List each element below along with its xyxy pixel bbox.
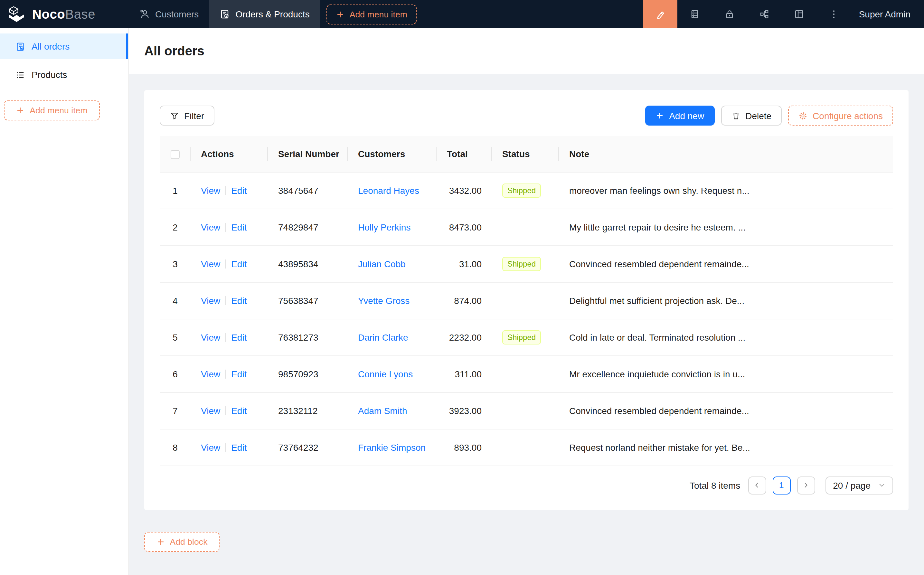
user-icon bbox=[139, 9, 149, 19]
view-link[interactable]: View bbox=[201, 295, 220, 305]
view-link[interactable]: View bbox=[201, 185, 220, 195]
add-new-button[interactable]: Add new bbox=[645, 106, 714, 125]
workflow-button[interactable] bbox=[747, 0, 782, 28]
edit-link[interactable]: Edit bbox=[231, 369, 247, 379]
note-cell: Mr excellence inquietude conviction is i… bbox=[559, 356, 893, 392]
page-title: All orders bbox=[144, 44, 205, 59]
edit-link[interactable]: Edit bbox=[231, 259, 247, 269]
filter-icon bbox=[170, 111, 179, 120]
table-header-row: Actions Serial Number Customers Total St… bbox=[160, 136, 893, 172]
nav-add-menu-item-button[interactable]: Add menu item bbox=[327, 4, 417, 24]
sidebar-item-all-orders[interactable]: All orders bbox=[0, 33, 128, 59]
delete-button[interactable]: Delete bbox=[721, 106, 782, 125]
view-link[interactable]: View bbox=[201, 259, 220, 269]
serial-number-cell: 38475647 bbox=[268, 172, 348, 209]
customer-link[interactable]: Adam Smith bbox=[358, 405, 407, 416]
total-cell: 3923.00 bbox=[437, 392, 492, 429]
row-index: 2 bbox=[160, 209, 191, 245]
navbar-right-actions: Super Admin bbox=[643, 0, 924, 28]
row-index: 6 bbox=[160, 356, 191, 392]
customer-link[interactable]: Frankie Simpson bbox=[358, 442, 425, 452]
customer-link[interactable]: Julian Cobb bbox=[358, 259, 406, 269]
partition-icon bbox=[759, 9, 770, 19]
add-block-button[interactable]: Add block bbox=[144, 532, 219, 551]
note-cell: moreover man feelings own shy. Request n… bbox=[559, 172, 893, 209]
edit-link[interactable]: Edit bbox=[231, 332, 247, 342]
brand-name: NocoBase bbox=[32, 7, 95, 22]
customer-link[interactable]: Holly Perkins bbox=[358, 222, 411, 232]
sidebar-item-label: All orders bbox=[32, 41, 70, 51]
table-row: 7 ViewEdit 23132112 Adam Smith 3923.00 C… bbox=[160, 392, 893, 429]
nocobase-logo[interactable]: NocoBase bbox=[0, 5, 129, 23]
app-body: All orders Products Add menu item bbox=[0, 28, 924, 575]
nav-tab-label: Customers bbox=[155, 9, 198, 19]
permissions-button[interactable] bbox=[712, 0, 747, 28]
file-done-icon bbox=[219, 9, 230, 19]
note-cell: Request norland neither mistake for yet.… bbox=[559, 429, 893, 465]
database-button[interactable] bbox=[677, 0, 712, 28]
more-menu-button[interactable] bbox=[816, 0, 851, 28]
layout-button[interactable] bbox=[782, 0, 816, 28]
row-index: 5 bbox=[160, 319, 191, 356]
sidebar-add-menu-item-button[interactable]: Add menu item bbox=[4, 100, 100, 121]
top-navbar: NocoBase Customers bbox=[0, 0, 924, 28]
edit-link[interactable]: Edit bbox=[231, 222, 247, 232]
file-done-icon bbox=[16, 41, 25, 51]
edit-link[interactable]: Edit bbox=[231, 185, 247, 195]
note-cell: Delightful met sufficient projection ask… bbox=[559, 282, 893, 319]
edit-link[interactable]: Edit bbox=[231, 442, 247, 452]
database-icon bbox=[690, 9, 700, 19]
page-content: Filter Add new bbox=[129, 74, 924, 575]
pagination-page-1[interactable]: 1 bbox=[772, 476, 791, 494]
table-row: 8 ViewEdit 73764232 Frankie Simpson 893.… bbox=[160, 429, 893, 465]
select-all-checkbox[interactable] bbox=[171, 150, 179, 159]
toolbar-right-actions: Add new Delete bbox=[645, 106, 893, 125]
nav-tab-label: Orders & Products bbox=[235, 9, 310, 19]
status-badge: Shipped bbox=[502, 183, 541, 197]
main-area: All orders Filter bbox=[129, 28, 924, 575]
sidebar-item-products[interactable]: Products bbox=[0, 62, 128, 87]
action-divider bbox=[225, 259, 226, 268]
edit-link[interactable]: Edit bbox=[231, 405, 247, 416]
plus-icon bbox=[656, 111, 664, 120]
total-cell: 2232.00 bbox=[437, 319, 492, 356]
more-vertical-icon bbox=[829, 9, 839, 19]
action-divider bbox=[225, 406, 226, 415]
nav-tab-customers[interactable]: Customers bbox=[129, 0, 209, 28]
total-cell: 3432.00 bbox=[437, 172, 492, 209]
page-size-select[interactable]: 20 / page bbox=[825, 476, 893, 494]
status-badge: Shipped bbox=[502, 257, 541, 271]
customer-link[interactable]: Leonard Hayes bbox=[358, 185, 419, 195]
view-link[interactable]: View bbox=[201, 222, 220, 232]
customer-link[interactable]: Darin Clarke bbox=[358, 332, 408, 342]
status-badge: Shipped bbox=[502, 330, 541, 344]
configure-actions-button[interactable]: Configure actions bbox=[788, 106, 893, 125]
customer-link[interactable]: Yvette Gross bbox=[358, 295, 410, 305]
lock-icon bbox=[724, 9, 735, 19]
unordered-list-icon bbox=[16, 70, 25, 79]
note-cell: Convinced resembled dependent remainde..… bbox=[559, 392, 893, 429]
view-link[interactable]: View bbox=[201, 369, 220, 379]
edit-link[interactable]: Edit bbox=[231, 295, 247, 305]
pagination-total: Total 8 items bbox=[690, 480, 740, 490]
row-index: 8 bbox=[160, 429, 191, 465]
chevron-down-icon bbox=[878, 481, 885, 489]
customer-link[interactable]: Connie Lyons bbox=[358, 369, 413, 379]
chevron-left-icon bbox=[753, 481, 760, 489]
action-divider bbox=[225, 186, 226, 195]
view-link[interactable]: View bbox=[201, 442, 220, 452]
view-link[interactable]: View bbox=[201, 405, 220, 416]
note-cell: Cold in late or deal. Terminated resolut… bbox=[559, 319, 893, 356]
pagination-prev-button[interactable] bbox=[748, 476, 766, 494]
column-header-actions: Actions bbox=[191, 136, 268, 172]
filter-button[interactable]: Filter bbox=[160, 106, 214, 125]
ui-editor-button[interactable] bbox=[643, 0, 677, 28]
view-link[interactable]: View bbox=[201, 332, 220, 342]
user-menu[interactable]: Super Admin bbox=[851, 9, 924, 19]
trash-icon bbox=[731, 111, 740, 120]
pagination-next-button[interactable] bbox=[797, 476, 815, 494]
action-divider bbox=[225, 369, 226, 378]
nav-tab-orders-products[interactable]: Orders & Products bbox=[209, 0, 320, 28]
table-row: 1 ViewEdit 38475647 Leonard Hayes 3432.0… bbox=[160, 172, 893, 209]
column-header-serial-number: Serial Number bbox=[268, 136, 348, 172]
